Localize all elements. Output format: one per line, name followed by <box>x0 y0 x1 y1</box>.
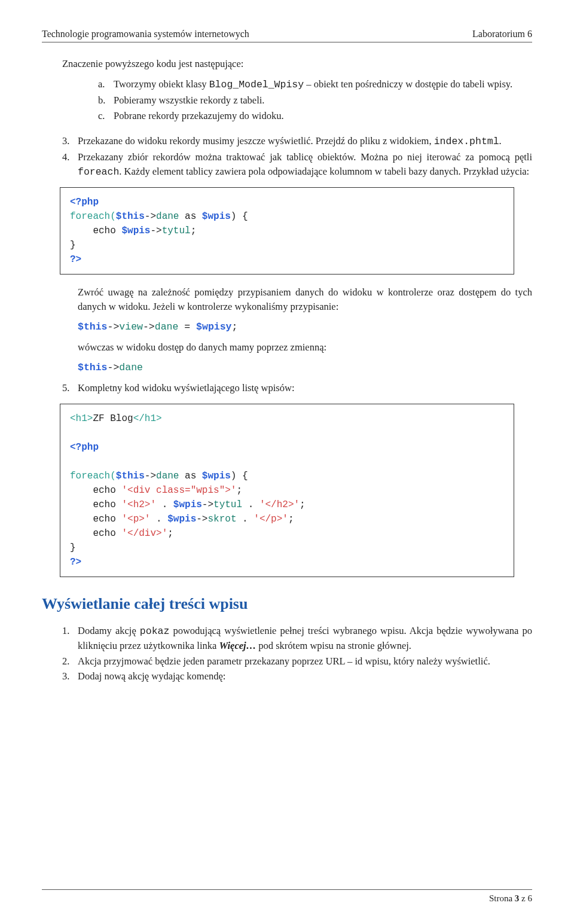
text: Przekazany zbiór rekordów można traktowa… <box>78 151 532 163</box>
code-token: '<div class="wpis">' <box>121 485 236 496</box>
code-token: echo <box>70 499 121 510</box>
code-token: $wpis <box>202 211 231 222</box>
code-token: echo <box>70 528 121 539</box>
code-token: $this <box>78 321 108 333</box>
page-header: Technologie programowania systemów inter… <box>42 29 532 42</box>
code-token: as <box>179 471 201 481</box>
sec3-item-2: 2. Akcja przyjmować będzie jeden paramet… <box>62 654 532 669</box>
text: Kompletny kod widoku wyświetlającego lis… <box>78 381 532 395</box>
step-4: 4. Przekazany zbiór rekordów można trakt… <box>62 150 532 179</box>
code-token: -> <box>202 499 213 510</box>
text: Dodaj nową akcję wydając komendę: <box>78 669 532 684</box>
text: – obiekt ten pośredniczy w dostępie do t… <box>304 78 512 90</box>
code-token: ; <box>232 321 238 333</box>
code-token: = <box>178 321 196 333</box>
code-token: -> <box>196 514 207 524</box>
php-close-tag: ?> <box>70 557 81 568</box>
code-token: '</h2>' <box>259 499 300 510</box>
code-token: -> <box>108 321 120 333</box>
text: Pobrane rekordy przekazujemy do widoku. <box>114 109 532 123</box>
code-token: -> <box>143 321 155 333</box>
sec3-item-1: 1. Dodamy akcję pokaz powodującą wyświet… <box>62 624 532 653</box>
code-token: ; <box>300 499 306 510</box>
code-token: -> <box>150 225 161 236</box>
code-token: $this <box>116 211 145 222</box>
intro-item-c: c. Pobrane rekordy przekazujemy do widok… <box>98 109 532 123</box>
code-token: } <box>70 240 76 251</box>
code-token: . <box>150 514 167 524</box>
text: pod skrótem wpisu na stronie głównej. <box>256 640 411 651</box>
code-block-foreach-echo: <?php foreach($this->dane as $wpis) { ec… <box>60 187 514 275</box>
footer-label: Strona <box>489 893 515 903</box>
inline-code-access: $this->dane <box>42 361 532 375</box>
code-token: -> <box>145 211 156 222</box>
sec3-item-3: 3. Dodaj nową akcję wydając komendę: <box>62 669 532 684</box>
code-token: ; <box>288 514 294 524</box>
text: Pobieramy wszystkie rekordy z tabeli. <box>114 93 532 108</box>
list-marker: 3. <box>62 669 78 684</box>
code-token: dane <box>156 471 179 481</box>
filename-code: index.phtml <box>434 136 499 147</box>
code-token: . <box>236 514 254 524</box>
code-token: ) { <box>231 211 248 222</box>
code-token: echo <box>70 225 121 236</box>
list-marker: 5. <box>62 381 78 395</box>
explain-paragraph: Zwróć uwagę na zależność pomiędzy przypi… <box>42 285 532 314</box>
code-token: <h1> <box>70 413 93 424</box>
code-token: $wpis <box>202 471 231 481</box>
list-marker: 4. <box>62 150 78 179</box>
code-token: . <box>156 499 173 510</box>
code-token: skrot <box>207 514 236 524</box>
code-token: $this <box>78 362 108 373</box>
step-3: 3. Przekazane do widoku rekordy musimy j… <box>62 134 532 149</box>
document-body: Znaczenie powyższego kodu jest następują… <box>42 57 532 684</box>
code-token: ; <box>167 528 173 539</box>
list-marker: a. <box>98 77 114 92</box>
code-token: as <box>179 211 201 222</box>
code-token: foreach( <box>70 471 116 481</box>
text: . <box>499 135 502 147</box>
code-token: ) { <box>231 471 248 481</box>
text: Przekazane do widoku rekordy musimy jesz… <box>78 135 434 147</box>
code-token: dane <box>156 211 179 222</box>
intro-item-a: a. Tworzymy obiekt klasy Blog_Model_Wpis… <box>98 77 532 92</box>
class-name-code: Blog_Model_Wpisy <box>209 79 304 90</box>
code-token: ; <box>191 225 197 236</box>
page-footer: Strona 3 z 6 <box>42 889 532 904</box>
explain-paragraph-2: wówczas w widoku dostęp do danych mamy p… <box>42 340 532 355</box>
text: Akcja przyjmować będzie jeden parametr p… <box>78 654 532 669</box>
list-marker: 3. <box>62 134 78 149</box>
code-token: '</div>' <box>121 528 167 539</box>
code-token: echo <box>70 485 121 496</box>
text: Tworzymy obiekt klasy <box>114 78 209 90</box>
code-token: '<p>' <box>121 514 150 524</box>
code-token: -> <box>145 471 156 481</box>
code-token: ; <box>236 485 242 496</box>
code-token: tytul <box>162 225 191 236</box>
code-token: . <box>242 499 259 510</box>
code-token: $this <box>116 471 145 481</box>
code-token: '<h2>' <box>121 499 156 510</box>
section-heading: Wyświetlanie całej treści wpisu <box>42 593 532 615</box>
code-token: dane <box>119 362 143 373</box>
text: . Każdy element tablicy zawiera pola odp… <box>119 166 529 177</box>
php-open-tag: <?php <box>70 197 99 208</box>
code-token: tytul <box>213 499 242 510</box>
footer-label: z <box>519 893 527 903</box>
code-token: echo <box>70 514 121 524</box>
code-token: -> <box>108 362 120 373</box>
code-token: </h1> <box>133 413 162 424</box>
list-marker: 2. <box>62 654 78 669</box>
intro-item-b: b. Pobieramy wszystkie rekordy z tabeli. <box>98 93 532 108</box>
action-name-code: pokaz <box>140 626 170 637</box>
code-token: $wpis <box>167 514 196 524</box>
step-5: 5. Kompletny kod widoku wyświetlającego … <box>62 381 532 395</box>
code-token: $wpis <box>173 499 202 510</box>
footer-total-pages: 6 <box>528 893 533 903</box>
code-block-full-view: <h1>ZF Blog</h1> <?php foreach($this->da… <box>60 404 514 577</box>
code-token: '</p>' <box>254 514 288 524</box>
header-right: Laboratorium 6 <box>472 29 532 39</box>
header-left: Technologie programowania systemów inter… <box>42 29 249 39</box>
inline-code-assignment: $this->view->dane = $wpisy; <box>42 320 532 334</box>
intro-lead: Znaczenie powyższego kodu jest następują… <box>42 57 532 71</box>
